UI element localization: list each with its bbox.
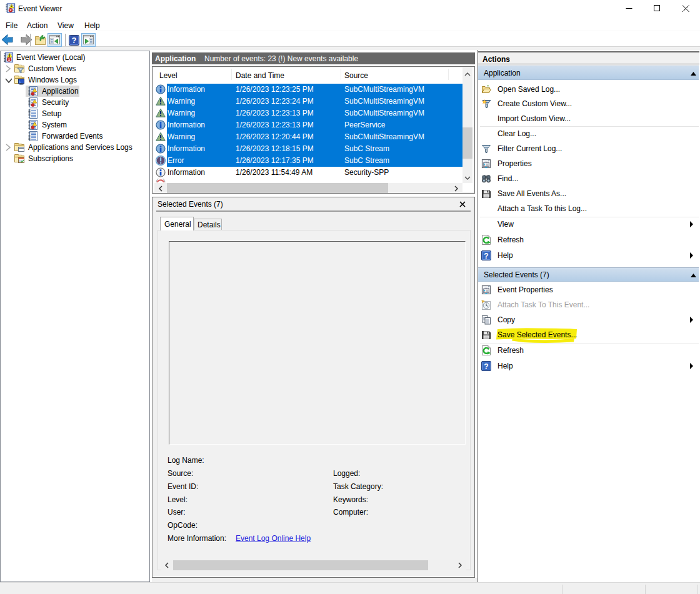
svg-text:?: ? [72,36,77,45]
